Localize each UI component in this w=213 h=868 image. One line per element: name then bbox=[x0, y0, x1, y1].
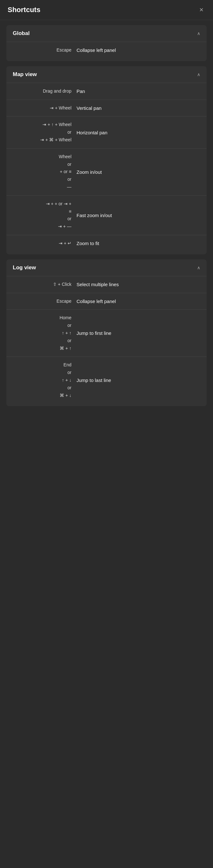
shortcut-row: Drag and dropPan bbox=[6, 83, 207, 100]
shortcut-description: Pan bbox=[77, 88, 200, 95]
shortcut-description: Collapse left panel bbox=[77, 47, 200, 54]
section-map-view: Map view∧Drag and dropPan⇥ + WheelVertic… bbox=[6, 66, 207, 254]
shortcut-keys: ⇧ + Click bbox=[13, 281, 77, 288]
close-button[interactable]: × bbox=[197, 6, 205, 14]
shortcut-description: Select multiple lines bbox=[77, 281, 200, 288]
section-body-log-view: ⇧ + ClickSelect multiple linesEscapeColl… bbox=[6, 276, 207, 406]
section-header-global[interactable]: Global∧ bbox=[6, 25, 207, 42]
shortcut-keys: Drag and drop bbox=[13, 88, 77, 95]
shortcut-keys: Escape bbox=[13, 298, 77, 305]
chevron-up-icon: ∧ bbox=[197, 265, 200, 270]
shortcut-keys: ⇥ + ↵ bbox=[13, 240, 77, 247]
shortcut-description: Zoom to fit bbox=[77, 240, 200, 247]
shortcut-description: Jump to first line bbox=[77, 330, 200, 336]
section-body-global: EscapeCollapse left panel bbox=[6, 42, 207, 61]
shortcut-row: ⇥ + ↵Zoom to fit bbox=[6, 235, 207, 252]
section-body-map-view: Drag and dropPan⇥ + WheelVertical pan⇥ +… bbox=[6, 83, 207, 254]
shortcut-keys: ⇥ + ↑ + Wheelor⇥ + ⌘ + Wheel bbox=[13, 121, 77, 144]
sections-container: Global∧EscapeCollapse left panelMap view… bbox=[0, 25, 213, 406]
shortcut-row: ⇥ + + or ⇥ +≡or⇥ + —Fast zoom in/out bbox=[6, 195, 207, 235]
shortcut-keys: ⇥ + + or ⇥ +≡or⇥ + — bbox=[13, 200, 77, 230]
shortcut-description: Horizontal pan bbox=[77, 129, 200, 136]
shortcut-row: Endor↑ + ↓or⌘ + ↓Jump to last line bbox=[6, 356, 207, 404]
section-global: Global∧EscapeCollapse left panel bbox=[6, 25, 207, 61]
shortcut-description: Collapse left panel bbox=[77, 298, 200, 305]
section-title-log-view: Log view bbox=[13, 265, 36, 271]
shortcut-description: Zoom in/out bbox=[77, 169, 200, 175]
section-log-view: Log view∧⇧ + ClickSelect multiple linesE… bbox=[6, 259, 207, 406]
section-title-map-view: Map view bbox=[13, 71, 37, 78]
shortcut-description: Fast zoom in/out bbox=[77, 212, 200, 219]
header: Shortcuts × bbox=[0, 0, 213, 20]
section-title-global: Global bbox=[13, 30, 30, 37]
shortcut-row: ⇧ + ClickSelect multiple lines bbox=[6, 276, 207, 293]
shortcut-row: Homeor↑ + ↑or⌘ + ↑Jump to first line bbox=[6, 309, 207, 356]
section-header-log-view[interactable]: Log view∧ bbox=[6, 259, 207, 276]
chevron-up-icon: ∧ bbox=[197, 72, 200, 77]
panel-title: Shortcuts bbox=[8, 6, 41, 14]
shortcut-row: EscapeCollapse left panel bbox=[6, 42, 207, 59]
shortcut-row: ⇥ + ↑ + Wheelor⇥ + ⌘ + WheelHorizontal p… bbox=[6, 116, 207, 148]
shortcut-keys: Endor↑ + ↓or⌘ + ↓ bbox=[13, 361, 77, 399]
section-header-map-view[interactable]: Map view∧ bbox=[6, 66, 207, 83]
shortcut-description: Jump to last line bbox=[77, 377, 200, 383]
shortcut-row: EscapeCollapse left panel bbox=[6, 293, 207, 310]
shortcut-keys: Homeor↑ + ↑or⌘ + ↑ bbox=[13, 314, 77, 352]
shortcuts-panel: Shortcuts × Global∧EscapeCollapse left p… bbox=[0, 0, 213, 406]
shortcut-row: ⇥ + WheelVertical pan bbox=[6, 100, 207, 117]
chevron-up-icon: ∧ bbox=[197, 31, 200, 36]
shortcut-row: Wheelor+ or ≡or—Zoom in/out bbox=[6, 148, 207, 195]
shortcut-keys: ⇥ + Wheel bbox=[13, 104, 77, 112]
shortcut-keys: Wheelor+ or ≡or— bbox=[13, 153, 77, 191]
shortcut-description: Vertical pan bbox=[77, 105, 200, 112]
shortcut-keys: Escape bbox=[13, 46, 77, 54]
